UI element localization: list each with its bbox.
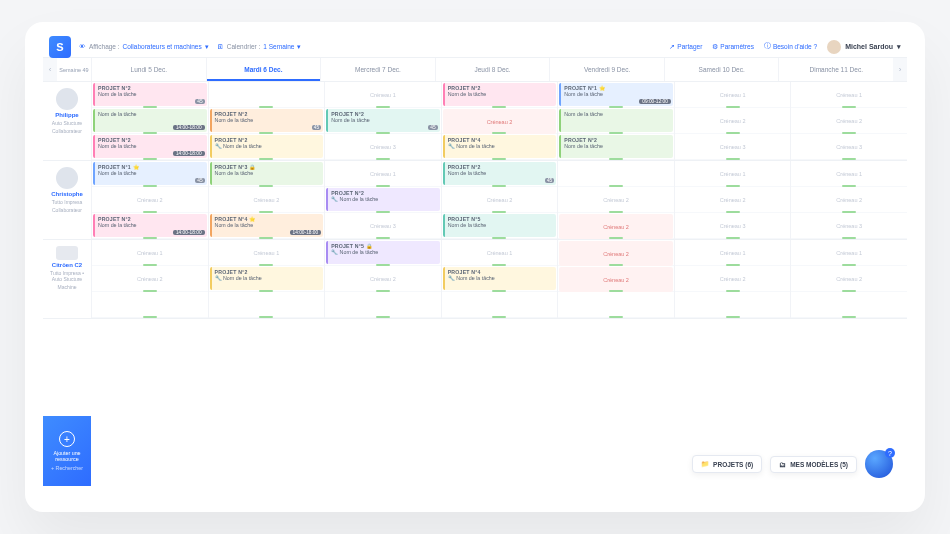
time-slot[interactable]: PROJET N°2Nom de la tâche (558, 134, 674, 160)
task-card[interactable]: PROJET N°2🔧 Nom de la tâche (210, 135, 324, 158)
task-card[interactable]: PROJET N°2🔧 Nom de la tâche (210, 267, 324, 290)
settings-link[interactable]: ⚙Paramètres (712, 43, 754, 51)
drag-handle[interactable] (376, 316, 390, 318)
time-slot[interactable]: Créneau 1 (791, 82, 907, 108)
time-slot[interactable] (791, 292, 907, 318)
time-slot[interactable]: PROJET N°2Nom de la tâche14:00-18:00 (92, 134, 208, 160)
time-slot[interactable]: Créneau 1 (791, 240, 907, 266)
help-link[interactable]: ⓘBesoin d'aide ? (764, 42, 817, 51)
time-slot[interactable]: PROJET N°4🔧 Nom de la tâche (442, 266, 558, 292)
task-card[interactable]: PROJET N°2Nom de la tâche14:00-18:00 (93, 214, 207, 237)
time-slot[interactable]: PROJET N°1 ⭐Nom de la tâche09:00-12:00 (558, 82, 674, 108)
user-menu[interactable]: Michel Sardou ▾ (827, 40, 901, 54)
time-slot[interactable]: Créneau 2 (558, 187, 674, 213)
drag-handle[interactable] (726, 158, 740, 160)
time-slot[interactable]: Créneau 1 (209, 240, 325, 266)
day-header-5[interactable]: Samedi 10 Dec. (664, 58, 779, 81)
time-slot[interactable]: PROJET N°1 ⭐Nom de la tâche45 (92, 161, 208, 187)
task-card[interactable]: PROJET N°2Nom de la tâche (559, 135, 673, 158)
time-slot[interactable]: PROJET N°2Nom de la tâche45 (209, 108, 325, 134)
time-slot[interactable] (442, 292, 558, 318)
task-card[interactable]: PROJET N°2Nom de la tâche14:00-18:00 (93, 135, 207, 158)
time-slot[interactable]: Créneau 1 (791, 161, 907, 187)
drag-handle[interactable] (726, 316, 740, 318)
drag-handle[interactable] (143, 158, 157, 160)
drag-handle[interactable] (259, 316, 273, 318)
time-slot[interactable]: PROJET N°5 🔒🔧 Nom de la tâche (325, 240, 441, 266)
time-slot[interactable]: Créneau 2 (791, 266, 907, 292)
next-week-button[interactable]: › (893, 58, 907, 81)
task-card[interactable]: PROJET N°2Nom de la tâche (443, 83, 557, 106)
time-slot[interactable]: Créneau 1 (675, 161, 791, 187)
time-slot[interactable]: Créneau 2 (442, 187, 558, 213)
time-slot[interactable]: PROJET N°4 ⭐Nom de la tâche14:00-18:00 (209, 213, 325, 239)
time-slot[interactable]: Créneau 3 (675, 213, 791, 239)
projects-button[interactable]: 📁 PROJETS (6) (692, 455, 762, 473)
time-slot[interactable]: Créneau 1 (675, 240, 791, 266)
time-slot[interactable]: Créneau 2 (791, 108, 907, 134)
drag-handle[interactable] (609, 158, 623, 160)
resource-name[interactable]: Philippe (55, 112, 78, 118)
drag-handle[interactable] (842, 316, 856, 318)
time-slot[interactable]: Créneau 2 (558, 213, 674, 239)
prev-week-button[interactable]: ‹ (43, 58, 57, 81)
time-slot[interactable] (675, 292, 791, 318)
task-card[interactable]: PROJET N°2🔧 Nom de la tâche (326, 188, 440, 211)
time-slot[interactable]: Créneau 2 (558, 266, 674, 292)
time-slot[interactable]: Créneau 2 (675, 266, 791, 292)
drag-handle[interactable] (259, 158, 273, 160)
day-header-3[interactable]: Jeudi 8 Dec. (435, 58, 550, 81)
time-slot[interactable]: Créneau 3 (791, 134, 907, 160)
time-slot[interactable]: PROJET N°2Nom de la tâche14:00-18:00 (92, 213, 208, 239)
task-card[interactable]: PROJET N°3 🔒Nom de la tâche (210, 162, 324, 185)
time-slot[interactable]: Créneau 2 (325, 266, 441, 292)
task-card[interactable]: PROJET N°2Nom de la tâche45 (210, 109, 324, 132)
task-card[interactable]: PROJET N°2Nom de la tâche45 (443, 162, 557, 185)
time-slot[interactable] (92, 292, 208, 318)
time-slot[interactable]: Créneau 1 (325, 82, 441, 108)
time-slot[interactable]: Créneau 1 (675, 82, 791, 108)
drag-handle[interactable] (492, 237, 506, 239)
resource-name[interactable]: Citröen C2 (52, 262, 82, 268)
time-slot[interactable]: PROJET N°2Nom de la tâche45 (325, 108, 441, 134)
time-slot[interactable]: Créneau 2 (558, 240, 674, 266)
time-slot[interactable]: PROJET N°2🔧 Nom de la tâche (209, 266, 325, 292)
display-filter[interactable]: 👁 Affichage : Collaborateurs et machines… (79, 43, 209, 51)
drag-handle[interactable] (609, 237, 623, 239)
time-slot[interactable]: Créneau 2 (92, 187, 208, 213)
time-slot[interactable]: Créneau 1 (442, 240, 558, 266)
drag-handle[interactable] (842, 237, 856, 239)
drag-handle[interactable] (609, 316, 623, 318)
drag-handle[interactable] (376, 237, 390, 239)
time-slot[interactable] (209, 82, 325, 108)
drag-handle[interactable] (376, 158, 390, 160)
time-slot[interactable] (558, 292, 674, 318)
day-header-1[interactable]: Mardi 6 Dec. (206, 58, 321, 81)
time-slot[interactable]: Créneau 1 (92, 240, 208, 266)
task-card[interactable]: PROJET N°1 ⭐Nom de la tâche09:00-12:00 (559, 83, 673, 106)
time-slot[interactable]: Créneau 2 (675, 108, 791, 134)
time-slot[interactable]: Nom de la tâche (558, 108, 674, 134)
time-slot[interactable]: Créneau 2 (442, 108, 558, 134)
time-slot[interactable] (325, 292, 441, 318)
time-slot[interactable] (209, 292, 325, 318)
time-slot[interactable]: Créneau 2 (675, 187, 791, 213)
time-slot[interactable]: PROJET N°2Nom de la tâche45 (92, 82, 208, 108)
task-card[interactable]: PROJET N°4🔧 Nom de la tâche (443, 135, 557, 158)
drag-handle[interactable] (492, 316, 506, 318)
time-slot[interactable]: Nom de la tâche14:00-18:00 (92, 108, 208, 134)
task-card[interactable]: PROJET N°4 ⭐Nom de la tâche14:00-18:00 (210, 214, 324, 237)
drag-handle[interactable] (726, 237, 740, 239)
task-card[interactable]: PROJET N°5Nom de la tâche (443, 214, 557, 237)
drag-handle[interactable] (492, 158, 506, 160)
models-button[interactable]: 🗂 MES MODÈLES (5) (770, 456, 857, 473)
time-slot[interactable]: PROJET N°3 🔒Nom de la tâche (209, 161, 325, 187)
day-header-2[interactable]: Mercredi 7 Dec. (320, 58, 435, 81)
task-card[interactable]: PROJET N°1 ⭐Nom de la tâche45 (93, 162, 207, 185)
add-resource-button[interactable]: + Ajouter uneressource + Rechercher (43, 416, 91, 486)
time-slot[interactable]: PROJET N°2🔧 Nom de la tâche (209, 134, 325, 160)
time-slot[interactable]: PROJET N°4🔧 Nom de la tâche (442, 134, 558, 160)
time-slot[interactable]: Créneau 3 (675, 134, 791, 160)
help-mascot[interactable] (865, 450, 893, 478)
task-card[interactable]: PROJET N°5 🔒🔧 Nom de la tâche (326, 241, 440, 264)
